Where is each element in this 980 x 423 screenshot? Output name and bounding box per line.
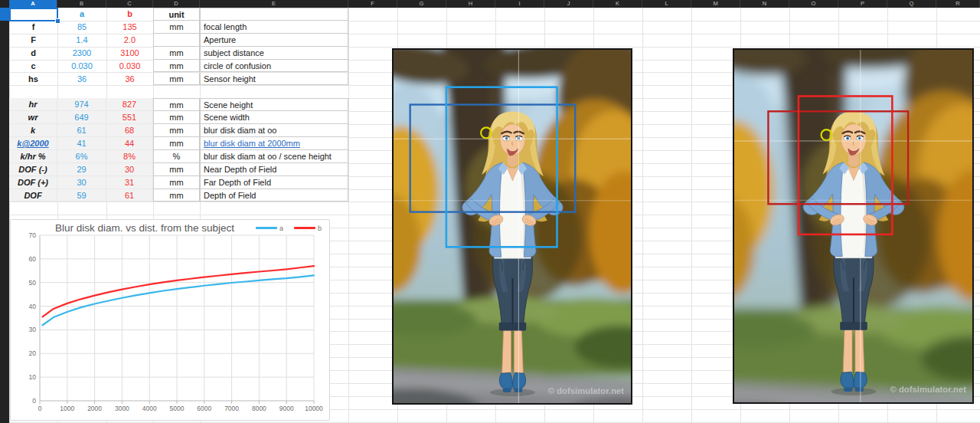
cell-B15[interactable]: 59 — [57, 189, 106, 202]
cell-B14[interactable]: 30 — [57, 176, 106, 189]
column-header-O[interactable]: O — [789, 0, 838, 8]
cell-D15[interactable]: mm — [153, 189, 200, 202]
cell-C10[interactable]: 68 — [106, 124, 153, 137]
cell-C5[interactable]: 0.030 — [106, 60, 153, 73]
cell-D10[interactable]: mm — [153, 124, 200, 137]
cell-A3[interactable]: F — [9, 34, 57, 47]
cell-D5[interactable]: mm — [153, 60, 200, 73]
column-header-G[interactable]: G — [397, 0, 446, 8]
row-headers[interactable] — [0, 8, 9, 423]
cell-B10[interactable]: 61 — [57, 124, 106, 137]
cell-D12[interactable]: % — [153, 150, 200, 163]
cell-D4[interactable]: mm — [153, 47, 200, 60]
cell-A12[interactable]: k/hr % — [9, 150, 57, 163]
cell-E5[interactable]: circle of confusion — [200, 60, 348, 73]
column-header-J[interactable]: J — [544, 0, 593, 8]
cell-A14[interactable]: DOF (+) — [9, 176, 57, 189]
cell-E8[interactable]: Scene height — [200, 98, 348, 111]
cell-E3[interactable]: Aperture — [200, 34, 348, 47]
column-header-B[interactable]: B — [57, 0, 106, 8]
cell-B7[interactable] — [57, 85, 106, 98]
column-header-A[interactable]: A — [9, 0, 57, 8]
dof-preview-image-b[interactable]: © dofsimulator.net — [733, 48, 974, 404]
cell-D9[interactable]: mm — [153, 111, 200, 124]
cell-B5[interactable]: 0.030 — [57, 60, 106, 73]
cell-C15[interactable]: 61 — [106, 189, 153, 202]
column-header-H[interactable]: H — [446, 0, 495, 8]
cell-C6[interactable]: 36 — [106, 73, 153, 86]
cell-C2[interactable]: 135 — [106, 21, 153, 34]
cell-A7[interactable] — [9, 85, 57, 98]
cell-A10[interactable]: k — [9, 124, 57, 137]
cell-B2[interactable]: 85 — [57, 21, 106, 34]
cell-A4[interactable]: d — [9, 47, 57, 60]
cell-B11[interactable]: 41 — [57, 137, 106, 150]
cell-E12[interactable]: blur disk diam at oo / scene height — [200, 150, 348, 163]
cell-E1[interactable] — [200, 8, 348, 21]
cell-E10[interactable]: blur disk diam at oo — [200, 124, 348, 137]
cell-D14[interactable]: mm — [153, 176, 200, 189]
cell-B4[interactable]: 2300 — [57, 47, 106, 60]
cell-D6[interactable]: mm — [153, 73, 200, 86]
column-header-C[interactable]: C — [106, 0, 153, 8]
column-header-L[interactable]: L — [642, 0, 691, 8]
row-header-selected[interactable] — [0, 8, 9, 21]
dof-preview-image-a[interactable]: © dofsimulator.net — [392, 48, 632, 405]
legend-item-b[interactable]: b — [294, 225, 322, 232]
column-header-K[interactable]: K — [593, 0, 642, 8]
cell-B13[interactable]: 29 — [57, 163, 106, 176]
column-header-D[interactable]: D — [153, 0, 200, 8]
cell-B6[interactable]: 36 — [57, 73, 106, 86]
cell-B8[interactable]: 974 — [57, 98, 106, 111]
cell-A11[interactable]: k@2000 — [9, 137, 57, 150]
cell-E13[interactable]: Near Depth of Field — [200, 163, 348, 176]
column-header-M[interactable]: M — [691, 0, 740, 8]
cell-A15[interactable]: DOF — [9, 189, 57, 202]
cell-C12[interactable]: 8% — [106, 150, 153, 163]
cell-B12[interactable]: 6% — [57, 150, 106, 163]
cell-E6[interactable]: Sensor height — [200, 73, 348, 86]
cell-A6[interactable]: hs — [9, 73, 57, 86]
cell-C3[interactable]: 2.0 — [106, 34, 153, 47]
column-header-E[interactable]: E — [200, 0, 348, 8]
column-header-Q[interactable]: Q — [887, 0, 936, 8]
cell-C7[interactable] — [106, 85, 153, 98]
cell-E4[interactable]: subject distance — [200, 47, 348, 60]
cell-C9[interactable]: 551 — [106, 111, 153, 124]
cell-E14[interactable]: Far Depth of Field — [200, 176, 348, 189]
selected-cell-outline[interactable] — [9, 8, 58, 21]
cell-A2[interactable]: f — [9, 21, 57, 34]
cell-B1[interactable]: a — [57, 8, 106, 21]
cell-E15[interactable]: Depth of Field — [200, 189, 348, 202]
cell-C11[interactable]: 44 — [106, 137, 153, 150]
cell-E2[interactable]: focal length — [200, 21, 348, 34]
cell-E7[interactable] — [200, 85, 348, 98]
cell-D1[interactable]: unit — [153, 8, 200, 21]
cell-D7[interactable] — [153, 85, 200, 98]
cell-B3[interactable]: 1.4 — [57, 34, 106, 47]
cell-D8[interactable]: mm — [153, 98, 200, 111]
cell-A5[interactable]: c — [9, 60, 57, 73]
cell-D11[interactable]: mm — [153, 137, 200, 150]
cell-D13[interactable]: mm — [153, 163, 200, 176]
column-header-R[interactable]: R — [936, 0, 980, 8]
cell-C13[interactable]: 30 — [106, 163, 153, 176]
column-header-N[interactable]: N — [740, 0, 789, 8]
cell-B9[interactable]: 649 — [57, 111, 106, 124]
cell-C1[interactable]: b — [106, 8, 153, 21]
column-header-P[interactable]: P — [838, 0, 887, 8]
legend-item-a[interactable]: a — [256, 225, 283, 232]
cell-C8[interactable]: 827 — [106, 98, 153, 111]
cell-C4[interactable]: 3100 — [106, 47, 153, 60]
cell-A8[interactable]: hr — [9, 98, 57, 111]
column-header-I[interactable]: I — [495, 0, 544, 8]
column-header-F[interactable]: F — [348, 0, 397, 8]
cell-D2[interactable]: mm — [153, 21, 200, 34]
cell-D3[interactable] — [153, 34, 200, 47]
blur-disk-chart[interactable]: 0102030405060700100020003000400050006000… — [10, 219, 330, 421]
cell-A13[interactable]: DOF (-) — [9, 163, 57, 176]
cell-E9[interactable]: Scene width — [200, 111, 348, 124]
fill-handle[interactable] — [55, 18, 60, 24]
cell-C14[interactable]: 31 — [106, 176, 153, 189]
cell-A9[interactable]: wr — [9, 111, 57, 124]
